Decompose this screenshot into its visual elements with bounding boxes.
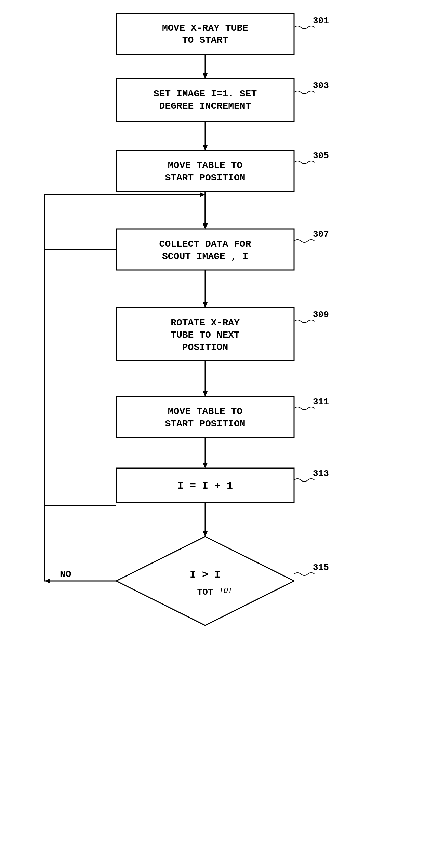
svg-marker-52 (45, 579, 50, 583)
svg-text:START POSITION: START POSITION (165, 419, 245, 429)
svg-text:TO START: TO START (182, 35, 228, 45)
svg-text:MOVE TABLE TO: MOVE TABLE TO (168, 160, 242, 171)
svg-marker-40 (203, 463, 208, 468)
svg-text:START POSITION: START POSITION (165, 173, 245, 183)
svg-rect-22 (116, 229, 294, 270)
svg-text:I = I + 1: I = I + 1 (177, 480, 233, 492)
svg-marker-34 (203, 391, 208, 396)
svg-text:TOT: TOT (197, 587, 213, 597)
svg-marker-11 (203, 145, 208, 150)
svg-text:TUBE TO NEXT: TUBE TO NEXT (171, 330, 240, 340)
svg-text:313: 313 (313, 469, 329, 479)
svg-text:SET IMAGE I=1. SET: SET IMAGE I=1. SET (154, 89, 257, 99)
flowchart-svg: MOVE X-RAY TUBE TO START 301 SET IMAGE I… (0, 0, 424, 868)
svg-text:NO: NO (60, 569, 71, 580)
svg-text:303: 303 (313, 81, 329, 91)
svg-text:COLLECT DATA FOR: COLLECT DATA FOR (159, 239, 251, 249)
svg-text:315: 315 (313, 562, 329, 573)
svg-rect-0 (116, 14, 294, 55)
svg-text:I > I: I > I (190, 569, 221, 581)
svg-text:POSITION: POSITION (182, 342, 228, 353)
svg-text:TOT: TOT (219, 587, 233, 595)
svg-rect-6 (116, 79, 294, 121)
svg-text:309: 309 (313, 310, 329, 320)
svg-text:MOVE TABLE TO: MOVE TABLE TO (168, 406, 242, 417)
svg-marker-46 (116, 537, 294, 625)
svg-text:SCOUT IMAGE , I: SCOUT IMAGE , I (162, 251, 248, 262)
svg-rect-35 (116, 396, 294, 437)
svg-marker-57 (200, 192, 205, 197)
svg-marker-5 (203, 73, 208, 79)
svg-text:311: 311 (313, 397, 329, 407)
svg-text:DEGREE INCREMENT: DEGREE INCREMENT (159, 101, 251, 111)
svg-text:301: 301 (313, 16, 329, 26)
svg-text:305: 305 (313, 151, 329, 161)
svg-rect-12 (116, 150, 294, 191)
svg-marker-45 (203, 531, 208, 537)
svg-marker-27 (203, 302, 208, 308)
svg-text:MOVE X-RAY TUBE: MOVE X-RAY TUBE (162, 23, 248, 33)
svg-text:307: 307 (313, 229, 329, 240)
flowchart: MOVE X-RAY TUBE TO START 301 SET IMAGE I… (0, 0, 424, 868)
svg-text:ROTATE X-RAY: ROTATE X-RAY (171, 317, 240, 328)
